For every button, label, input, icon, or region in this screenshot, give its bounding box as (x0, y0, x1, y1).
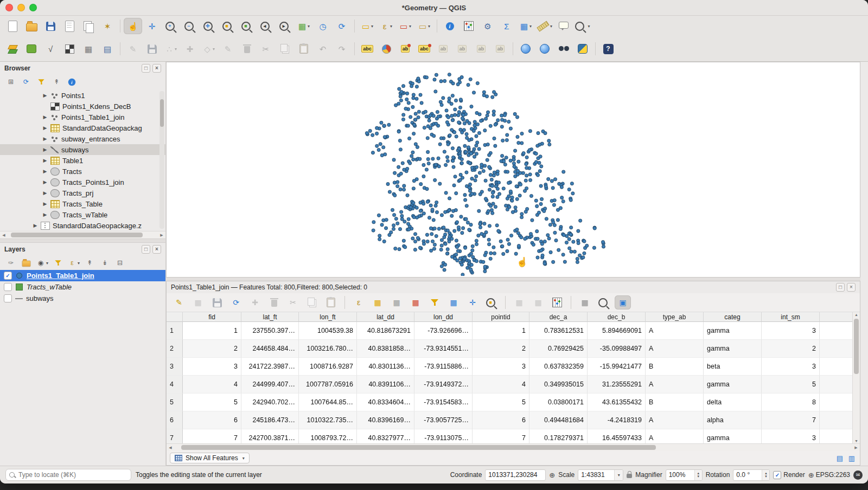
attr-move-selection-top-icon[interactable]: ▦ (445, 295, 462, 310)
layer-diagram-icon[interactable] (377, 41, 395, 57)
zoom-full-extent-icon[interactable]: ✛ (200, 18, 218, 34)
pan-to-selection-icon[interactable]: ✛ (143, 18, 161, 34)
cell-categ[interactable]: beta (704, 358, 762, 376)
layer-styling-icon[interactable]: ✑ (4, 257, 17, 268)
browser-refresh-icon[interactable]: ⟳ (20, 76, 33, 87)
metasearch-icon[interactable] (516, 41, 535, 57)
expand-arrow-icon[interactable]: ▶ (42, 158, 48, 163)
cell-dec_b[interactable]: 43.61355432 (588, 394, 646, 411)
select-features-icon[interactable]: ▭▾ (358, 18, 376, 34)
cell-pointid[interactable]: 5 (473, 394, 529, 411)
add-mesh-layer-icon[interactable]: ▦ (79, 41, 98, 57)
lock-scale-icon[interactable] (627, 474, 632, 478)
cell-dec_a[interactable]: 0.494481684 (529, 411, 588, 429)
attr-float-button[interactable]: □ (836, 283, 845, 292)
cell-int_sm[interactable]: 7 (762, 411, 820, 429)
measure-icon[interactable]: ▾ (535, 18, 554, 34)
cell-pointid[interactable]: 1 (473, 322, 529, 340)
cell-lon_ft[interactable]: 1008716.9287 (299, 358, 357, 376)
stepper-arrows[interactable]: ▲▼ (762, 470, 769, 480)
panel-splitter[interactable] (0, 238, 165, 243)
digitizing-tools-icon[interactable]: ∴▾ (162, 41, 180, 57)
browser-item-table1[interactable]: ▶Table1 (0, 155, 165, 166)
scroll-right-icon[interactable]: ▶ (853, 446, 859, 450)
cell-int_sm[interactable]: 2 (762, 340, 820, 358)
minimize-window-button[interactable] (17, 4, 25, 11)
browser-item-standarddatageopackag[interactable]: ▶StandardDataGeopackag (0, 122, 165, 133)
column-header-lon_dd[interactable]: lon_dd (414, 312, 473, 322)
attr-field-calculator-icon[interactable] (549, 295, 565, 310)
cell-pointid[interactable]: 2 (473, 340, 529, 358)
cell-lat_ft[interactable]: 242940.702… (241, 394, 299, 411)
add-feature-icon[interactable]: ✚ (181, 41, 199, 57)
expand-all-icon[interactable]: ↟ (83, 257, 96, 268)
modify-attributes-icon[interactable]: ✎ (219, 41, 237, 57)
redo-icon[interactable]: ↷ (333, 41, 351, 57)
new-map-view-icon[interactable]: ▦▾ (295, 18, 313, 34)
cell-pointid[interactable]: 4 (473, 376, 529, 394)
web-service-icon[interactable] (535, 41, 554, 57)
attr-reload-icon[interactable]: ⟳ (228, 295, 244, 310)
attr-toggle-editing-icon[interactable]: ✎ (171, 295, 187, 310)
undo-icon[interactable]: ↶ (314, 41, 332, 57)
cell-int_sm[interactable]: 3 (762, 429, 820, 443)
browser-add-selected-icon[interactable]: ⊞ (4, 76, 17, 87)
cell-dec_b[interactable]: 5.894669091 (588, 322, 646, 340)
new-geopackage-icon[interactable] (22, 41, 41, 57)
filter-expression-icon[interactable]: ε▾ (67, 257, 81, 268)
render-checkbox[interactable]: ✓ Render (773, 471, 805, 479)
vertex-tool-icon[interactable]: ◇▾ (200, 41, 218, 57)
data-source-manager-icon[interactable] (3, 41, 22, 57)
expand-arrow-icon[interactable]: ▶ (33, 223, 38, 228)
attr-add-feature-icon[interactable]: ✚ (247, 295, 263, 310)
attr-undock-icon[interactable]: ▤ (835, 454, 845, 462)
browser-item-standarddatageopackage-z[interactable]: ▶StandardDataGeopackage.z (0, 220, 165, 231)
options-gear-icon[interactable]: ⚙ (478, 18, 497, 34)
zoom-to-selection-icon[interactable]: ■ (219, 18, 237, 34)
attr-save-edits-icon[interactable] (209, 295, 225, 310)
cell-lon_ft[interactable]: 1010322.735… (299, 411, 357, 429)
browser-item-points1[interactable]: ▶Points1 (0, 90, 165, 101)
expand-arrow-icon[interactable]: ▶ (42, 125, 48, 131)
cut-features-icon[interactable]: ✂ (257, 41, 275, 57)
layers-close-button[interactable]: × (152, 245, 161, 254)
zoom-to-layer-icon[interactable]: ■ (238, 18, 256, 34)
column-header-dec_a[interactable]: dec_a (529, 312, 588, 322)
cell-dec_a[interactable]: 0.637832359 (529, 358, 588, 376)
browser-item-tracts-points1-join[interactable]: ▶Tracts_Points1_join (0, 177, 165, 188)
cell-lon_dd[interactable]: -73.9115886… (414, 358, 473, 376)
save-project-icon[interactable] (41, 18, 60, 34)
cell-lat_ft[interactable]: 241722.3987… (241, 358, 299, 376)
row-number-cell[interactable]: 5 (167, 394, 183, 411)
crs-status[interactable]: ⊕ EPSG:2263 (808, 471, 850, 479)
column-header-pointid[interactable]: pointid (473, 312, 529, 322)
cell-int_sm[interactable]: 8 (762, 394, 820, 411)
add-group-icon[interactable] (20, 257, 33, 268)
save-layer-edits-icon[interactable] (143, 41, 161, 57)
cell-lat_dd[interactable]: 40.8396169… (357, 411, 414, 429)
expand-arrow-icon[interactable]: ▶ (42, 93, 48, 98)
scroll-down-icon[interactable]: ▼ (854, 439, 858, 443)
browser-hscroll-thumb[interactable] (11, 233, 143, 237)
attr-pan-to-selection-icon[interactable]: ✛ (464, 295, 481, 310)
column-header-lat_ft[interactable]: lat_ft (241, 312, 299, 322)
cell-lon_dd[interactable]: -73.926696… (414, 322, 473, 340)
attr-multiedit-icon[interactable]: ▦ (190, 295, 206, 310)
column-header-categ[interactable]: categ (704, 312, 762, 322)
cell-pointid[interactable]: 7 (473, 429, 529, 443)
attr-delete-selected-icon[interactable] (266, 295, 282, 310)
table-hscroll-thumb[interactable] (181, 445, 656, 450)
statistical-summary-icon[interactable] (459, 18, 478, 34)
toggle-editing-icon[interactable]: ✎ (124, 41, 142, 57)
attr-new-field-icon[interactable]: ▦ (511, 295, 527, 310)
scroll-right-icon[interactable]: ▶ (159, 233, 164, 237)
zoom-out-icon[interactable]: − (181, 18, 199, 34)
attr-search-icon[interactable] (596, 295, 612, 310)
cell-categ[interactable]: gamma (704, 376, 762, 394)
rotation-spinner[interactable]: 0.0 ° ▲▼ (733, 469, 770, 481)
browser-item-subways[interactable]: ▶subways (0, 144, 165, 155)
layer-visibility-checkbox[interactable] (4, 294, 12, 302)
cell-lat_ft[interactable]: 242700.3871… (241, 429, 299, 443)
cell-type_ab[interactable]: A (646, 322, 704, 340)
cell-fid[interactable]: 5 (183, 394, 241, 411)
